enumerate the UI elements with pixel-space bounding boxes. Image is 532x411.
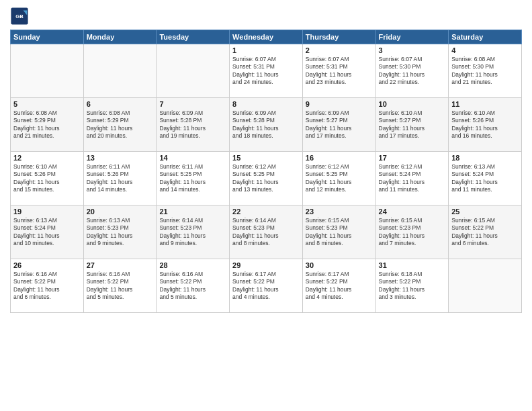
calendar-cell bbox=[83, 44, 157, 98]
day-number: 1 bbox=[232, 46, 300, 54]
day-number: 21 bbox=[159, 208, 226, 216]
day-info: Sunrise: 6:16 AMSunset: 5:22 PMDaylight:… bbox=[159, 271, 226, 302]
calendar-cell: 19Sunrise: 6:13 AMSunset: 5:24 PMDayligh… bbox=[11, 205, 84, 259]
calendar-cell: 9Sunrise: 6:09 AMSunset: 5:27 PMDaylight… bbox=[302, 98, 375, 152]
day-number: 4 bbox=[451, 46, 519, 54]
day-info: Sunrise: 6:10 AMSunset: 5:26 PMDaylight:… bbox=[451, 109, 519, 140]
calendar-cell: 22Sunrise: 6:14 AMSunset: 5:23 PMDayligh… bbox=[230, 205, 303, 259]
calendar-cell bbox=[449, 259, 522, 313]
day-info: Sunrise: 6:10 AMSunset: 5:26 PMDaylight:… bbox=[13, 163, 81, 194]
day-number: 13 bbox=[87, 154, 154, 162]
calendar-week-row: 19Sunrise: 6:13 AMSunset: 5:24 PMDayligh… bbox=[11, 205, 522, 259]
logo: GB bbox=[10, 7, 32, 26]
day-info: Sunrise: 6:09 AMSunset: 5:27 PMDaylight:… bbox=[306, 109, 373, 140]
day-info: Sunrise: 6:12 AMSunset: 5:24 PMDaylight:… bbox=[379, 163, 446, 194]
calendar-cell: 13Sunrise: 6:11 AMSunset: 5:26 PMDayligh… bbox=[83, 152, 157, 205]
day-header: Tuesday bbox=[157, 30, 230, 44]
day-info: Sunrise: 6:12 AMSunset: 5:25 PMDaylight:… bbox=[232, 163, 300, 194]
day-number: 14 bbox=[159, 154, 226, 162]
calendar-week-row: 12Sunrise: 6:10 AMSunset: 5:26 PMDayligh… bbox=[11, 152, 522, 205]
day-number: 24 bbox=[379, 208, 446, 216]
calendar-cell: 25Sunrise: 6:15 AMSunset: 5:22 PMDayligh… bbox=[449, 205, 522, 259]
day-header: Thursday bbox=[302, 30, 375, 44]
day-info: Sunrise: 6:14 AMSunset: 5:23 PMDaylight:… bbox=[232, 217, 300, 248]
day-number: 5 bbox=[13, 100, 81, 108]
day-number: 19 bbox=[13, 208, 81, 216]
day-info: Sunrise: 6:09 AMSunset: 5:28 PMDaylight:… bbox=[159, 109, 226, 140]
day-number: 17 bbox=[379, 154, 446, 162]
day-info: Sunrise: 6:15 AMSunset: 5:23 PMDaylight:… bbox=[306, 217, 373, 248]
calendar-cell: 4Sunrise: 6:08 AMSunset: 5:30 PMDaylight… bbox=[449, 44, 522, 98]
header-row: SundayMondayTuesdayWednesdayThursdayFrid… bbox=[11, 30, 522, 44]
day-number: 11 bbox=[451, 100, 519, 108]
day-number: 31 bbox=[379, 261, 446, 269]
day-number: 8 bbox=[232, 100, 300, 108]
calendar-cell: 28Sunrise: 6:16 AMSunset: 5:22 PMDayligh… bbox=[157, 259, 230, 313]
day-header: Friday bbox=[375, 30, 449, 44]
day-info: Sunrise: 6:13 AMSunset: 5:24 PMDaylight:… bbox=[451, 163, 519, 194]
calendar-cell bbox=[157, 44, 230, 98]
day-number: 18 bbox=[451, 154, 519, 162]
calendar-cell: 18Sunrise: 6:13 AMSunset: 5:24 PMDayligh… bbox=[449, 152, 522, 205]
calendar-cell: 10Sunrise: 6:10 AMSunset: 5:27 PMDayligh… bbox=[375, 98, 449, 152]
calendar-cell: 26Sunrise: 6:16 AMSunset: 5:22 PMDayligh… bbox=[11, 259, 84, 313]
day-info: Sunrise: 6:07 AMSunset: 5:31 PMDaylight:… bbox=[232, 56, 300, 87]
calendar-cell: 17Sunrise: 6:12 AMSunset: 5:24 PMDayligh… bbox=[375, 152, 449, 205]
day-info: Sunrise: 6:15 AMSunset: 5:23 PMDaylight:… bbox=[379, 217, 446, 248]
day-info: Sunrise: 6:13 AMSunset: 5:24 PMDaylight:… bbox=[13, 217, 81, 248]
day-info: Sunrise: 6:17 AMSunset: 5:22 PMDaylight:… bbox=[232, 271, 300, 302]
calendar-cell: 31Sunrise: 6:18 AMSunset: 5:22 PMDayligh… bbox=[375, 259, 449, 313]
day-info: Sunrise: 6:08 AMSunset: 5:29 PMDaylight:… bbox=[13, 109, 81, 140]
day-number: 10 bbox=[379, 100, 446, 108]
day-header: Monday bbox=[83, 30, 157, 44]
calendar-cell: 3Sunrise: 6:07 AMSunset: 5:30 PMDaylight… bbox=[375, 44, 449, 98]
calendar-week-row: 1Sunrise: 6:07 AMSunset: 5:31 PMDaylight… bbox=[11, 44, 522, 98]
day-number: 7 bbox=[159, 100, 226, 108]
day-info: Sunrise: 6:14 AMSunset: 5:23 PMDaylight:… bbox=[159, 217, 226, 248]
day-info: Sunrise: 6:10 AMSunset: 5:27 PMDaylight:… bbox=[379, 109, 446, 140]
day-info: Sunrise: 6:07 AMSunset: 5:31 PMDaylight:… bbox=[306, 56, 373, 87]
calendar-week-row: 5Sunrise: 6:08 AMSunset: 5:29 PMDaylight… bbox=[11, 98, 522, 152]
calendar-cell: 12Sunrise: 6:10 AMSunset: 5:26 PMDayligh… bbox=[11, 152, 84, 205]
calendar-cell: 20Sunrise: 6:13 AMSunset: 5:23 PMDayligh… bbox=[83, 205, 157, 259]
day-number: 9 bbox=[306, 100, 373, 108]
day-number: 28 bbox=[159, 261, 226, 269]
day-info: Sunrise: 6:11 AMSunset: 5:25 PMDaylight:… bbox=[159, 163, 226, 194]
day-number: 16 bbox=[306, 154, 373, 162]
svg-text:GB: GB bbox=[15, 13, 24, 19]
calendar-cell: 6Sunrise: 6:08 AMSunset: 5:29 PMDaylight… bbox=[83, 98, 157, 152]
day-header: Sunday bbox=[11, 30, 84, 44]
calendar-cell: 23Sunrise: 6:15 AMSunset: 5:23 PMDayligh… bbox=[302, 205, 375, 259]
calendar-cell: 14Sunrise: 6:11 AMSunset: 5:25 PMDayligh… bbox=[157, 152, 230, 205]
day-header: Wednesday bbox=[230, 30, 303, 44]
day-number: 29 bbox=[232, 261, 300, 269]
calendar-cell: 21Sunrise: 6:14 AMSunset: 5:23 PMDayligh… bbox=[157, 205, 230, 259]
day-info: Sunrise: 6:16 AMSunset: 5:22 PMDaylight:… bbox=[13, 271, 81, 302]
calendar-cell: 27Sunrise: 6:16 AMSunset: 5:22 PMDayligh… bbox=[83, 259, 157, 313]
day-info: Sunrise: 6:08 AMSunset: 5:30 PMDaylight:… bbox=[451, 56, 519, 87]
header: GB bbox=[10, 7, 522, 26]
day-number: 25 bbox=[451, 208, 519, 216]
calendar-cell bbox=[11, 44, 84, 98]
day-number: 6 bbox=[87, 100, 154, 108]
calendar-cell: 24Sunrise: 6:15 AMSunset: 5:23 PMDayligh… bbox=[375, 205, 449, 259]
calendar-cell: 5Sunrise: 6:08 AMSunset: 5:29 PMDaylight… bbox=[11, 98, 84, 152]
day-number: 12 bbox=[13, 154, 81, 162]
day-info: Sunrise: 6:17 AMSunset: 5:22 PMDaylight:… bbox=[306, 271, 373, 302]
day-number: 2 bbox=[306, 46, 373, 54]
day-info: Sunrise: 6:13 AMSunset: 5:23 PMDaylight:… bbox=[87, 217, 154, 248]
day-info: Sunrise: 6:11 AMSunset: 5:26 PMDaylight:… bbox=[87, 163, 154, 194]
day-info: Sunrise: 6:12 AMSunset: 5:25 PMDaylight:… bbox=[306, 163, 373, 194]
day-info: Sunrise: 6:15 AMSunset: 5:22 PMDaylight:… bbox=[451, 217, 519, 248]
day-number: 3 bbox=[379, 46, 446, 54]
calendar-cell: 2Sunrise: 6:07 AMSunset: 5:31 PMDaylight… bbox=[302, 44, 375, 98]
calendar-cell: 7Sunrise: 6:09 AMSunset: 5:28 PMDaylight… bbox=[157, 98, 230, 152]
calendar-table: SundayMondayTuesdayWednesdayThursdayFrid… bbox=[10, 30, 522, 313]
calendar-cell: 11Sunrise: 6:10 AMSunset: 5:26 PMDayligh… bbox=[449, 98, 522, 152]
day-info: Sunrise: 6:09 AMSunset: 5:28 PMDaylight:… bbox=[232, 109, 300, 140]
day-number: 30 bbox=[306, 261, 373, 269]
calendar-cell: 8Sunrise: 6:09 AMSunset: 5:28 PMDaylight… bbox=[230, 98, 303, 152]
calendar-cell: 29Sunrise: 6:17 AMSunset: 5:22 PMDayligh… bbox=[230, 259, 303, 313]
day-info: Sunrise: 6:18 AMSunset: 5:22 PMDaylight:… bbox=[379, 271, 446, 302]
calendar-week-row: 26Sunrise: 6:16 AMSunset: 5:22 PMDayligh… bbox=[11, 259, 522, 313]
